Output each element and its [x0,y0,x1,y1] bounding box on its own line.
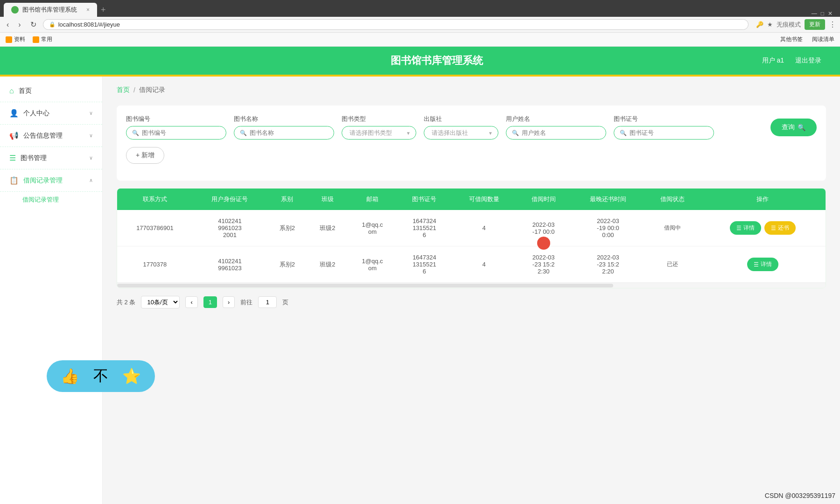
current-user: 用户 a1 [762,56,784,65]
sidebar-item-borrow-label: 借阅记录管理 [23,176,63,185]
update-button[interactable]: 更新 [805,19,825,30]
td-idcard-1: 410224199610232001 [193,210,267,246]
sidebar-item-books[interactable]: ☰ 图书管理 ∨ [0,147,102,169]
sidebar-sub-label: 借阅记录管理 [22,196,59,203]
window-minimize[interactable]: — [812,10,817,17]
page-size-select[interactable]: 10条/页 20条/页 50条/页 [141,296,180,308]
password-manager-icon[interactable]: 🔑 [756,21,763,28]
query-button[interactable]: 查询 🔍 [770,119,817,136]
page-1-button[interactable]: 1 [203,296,217,308]
library-card-input[interactable] [630,129,708,136]
bookmark-star-icon[interactable]: ★ [767,21,773,28]
sidebar-sub-borrow-record[interactable]: 借阅记录管理 [0,192,102,208]
publisher-select[interactable]: 请选择出版社 [424,126,498,140]
chevron-up-icon: ∧ [89,177,93,183]
sidebar-item-home[interactable]: ⌂ 首页 [0,80,102,102]
next-page-button[interactable]: › [223,296,235,308]
app-title: 图书馆书库管理系统 [391,54,483,68]
search-row-2: + 新增 [126,147,817,164]
active-tab[interactable]: 图书馆书库管理系统 × [4,3,97,17]
coin-icon[interactable]: 不 [93,366,108,386]
new-tab-button[interactable]: + [97,3,110,17]
browser-nav: ‹ › ↻ 🔒 localhost:8081/#/jieyue 🔑 ★ 无痕模式… [0,17,840,33]
td-returndeadline-1: 2022-03-19 00:00:00 [571,210,645,246]
table-row: 1770378 41022419961023 系别2 班级2 1@qq.com … [117,246,826,283]
th-idcard: 用户身份证号 [193,189,267,210]
star-icon[interactable]: ⭐ [122,367,141,385]
csdn-watermark: CSDN @003295391197 [765,492,835,499]
td-email-2: 1@qq.com [348,246,397,283]
logout-button[interactable]: 退出登录 [795,56,821,65]
notice-icon: 📢 [9,131,19,140]
prev-page-button[interactable]: ‹ [185,296,197,308]
csdn-text: CSDN @003295391197 [765,492,835,499]
address-text: localhost:8081/#/jieyue [58,21,120,28]
sidebar-item-personal[interactable]: 👤 个人中心 ∨ [0,102,102,125]
td-libcard-1: 164732413155216 [397,210,452,246]
app-header-right: 用户 a1 退出登录 [762,56,821,65]
breadcrumb-home[interactable]: 首页 [117,86,130,94]
forward-button[interactable]: › [15,20,23,30]
td-dept-1: 系别2 [267,210,308,246]
td-actions-2: ☰ 详情 [700,246,826,283]
bookmark-item-1[interactable]: 资料 [6,35,25,43]
bookmark-label-3: 其他书签 [780,35,803,43]
detail-button-2[interactable]: ☰ 详情 [747,258,778,271]
window-maximize[interactable]: □ [821,10,824,17]
scrollbar-thumb [117,284,613,287]
bookmark-item-3[interactable]: 其他书签 [780,35,803,43]
user-name-input[interactable] [522,129,600,136]
book-type-select-wrap: 请选择图书类型 [342,126,416,140]
td-actions-1: ☰ 详情 ☰ 还书 [700,210,826,246]
browser-chrome: 图书馆书库管理系统 × + — □ ✕ ‹ › ↻ 🔒 localhost:80… [0,0,840,33]
detail-label-1: 详情 [743,224,755,232]
book-type-select[interactable]: 请选择图书类型 [342,126,416,140]
th-contact: 联系方式 [117,189,193,210]
like-icon[interactable]: 👍 [61,367,79,385]
bookmark-icon-2 [33,36,39,43]
bookmark-item-2[interactable]: 常用 [33,35,52,43]
bookmark-label-1: 资料 [14,35,25,43]
book-id-input[interactable] [142,129,220,136]
book-name-input-wrap: 🔍 [234,126,334,140]
search-icon-1: 🔍 [132,130,139,136]
book-name-input[interactable] [250,129,328,136]
window-close[interactable]: ✕ [828,10,833,17]
bookmark-icon-1 [6,36,12,43]
extensions-icon[interactable]: ⋮ [829,20,836,29]
book-id-input-wrap: 🔍 [126,126,226,140]
sidebar-item-notice[interactable]: 📢 公告信息管理 ∨ [0,125,102,147]
publisher-field: 出版社 请选择出版社 [424,115,498,140]
bookmark-item-4[interactable]: 阅读清单 [812,35,834,43]
status-badge-2: 已还 [663,259,682,269]
incognito-label: 无痕模式 [777,21,801,29]
address-bar[interactable]: 🔒 localhost:8081/#/jieyue [43,19,749,30]
detail-button-1[interactable]: ☰ 详情 [730,221,761,235]
td-borrowcount-2: 4 [452,246,516,283]
sidebar-item-home-label: 首页 [19,87,32,95]
scrollbar-area[interactable] [117,282,826,288]
search-icon-4: 🔍 [620,130,627,136]
page-unit: 页 [282,298,288,307]
td-status-2: 已还 [645,246,700,283]
td-borrowtime-2: 2022-03-23 15:22:30 [516,246,571,283]
tab-close-button[interactable]: × [86,7,90,13]
publisher-label: 出版社 [424,115,498,123]
sidebar-item-borrow[interactable]: 📋 借阅记录管理 ∧ [0,169,102,192]
return-icon-1: ☰ [771,225,776,231]
back-button[interactable]: ‹ [4,20,12,30]
td-idcard-2: 41022419961023 [193,246,267,283]
app: 图书馆书库管理系统 用户 a1 退出登录 ⌂ 首页 👤 个人中心 ∨ 📢 公告信… [0,47,840,504]
return-button-1[interactable]: ☰ 还书 [764,221,796,235]
goto-page-input[interactable] [258,296,277,308]
query-search-icon: 🔍 [798,124,805,131]
th-email: 邮箱 [348,189,397,210]
books-icon: ☰ [9,154,16,162]
bookmarks-bar: 资料 常用 其他书签 阅读清单 [0,33,840,47]
search-row-1: 图书编号 🔍 图书名称 🔍 [126,115,817,140]
chevron-down-icon-2: ∨ [89,133,93,139]
td-contact-2: 1770378 [117,246,193,283]
add-button[interactable]: + 新增 [126,147,164,164]
refresh-button[interactable]: ↻ [28,19,39,30]
table-header-row: 联系方式 用户身份证号 系别 班级 邮箱 图书证号 可借阅数量 借阅时间 最晚还… [117,189,826,210]
